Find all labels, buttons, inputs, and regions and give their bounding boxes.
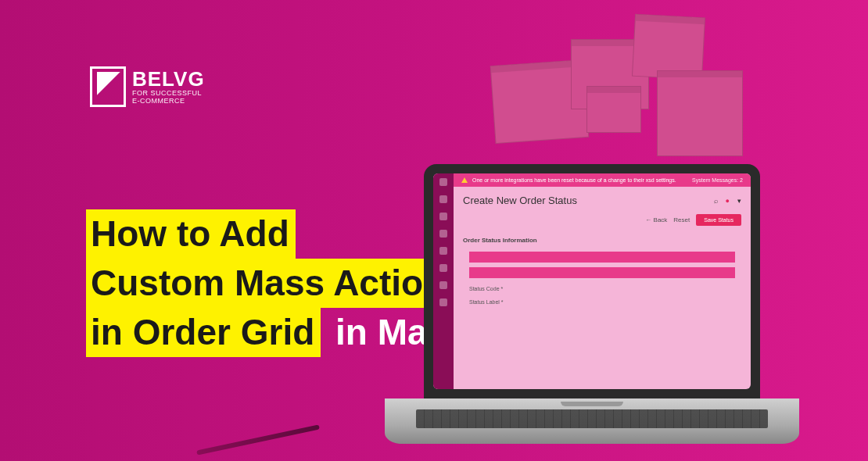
sidebar-icon: [439, 230, 447, 238]
headline-part-3a: in Order Grid: [86, 308, 321, 357]
form-area: Status Code * Status Label *: [454, 247, 751, 309]
action-buttons-row: ← Back Reset Save Status: [454, 211, 751, 234]
box-decoration: [657, 70, 743, 156]
search-icon: ⌕: [714, 197, 718, 205]
sidebar-icon: [439, 281, 447, 289]
sidebar-icon: [439, 213, 447, 220]
laptop-illustration: One or more integrations have been reset…: [385, 164, 799, 461]
header-icons: ⌕ ● ▾: [714, 197, 741, 205]
logo-mark-icon: [90, 66, 126, 107]
system-alert-bar: One or more integrations have been reset…: [454, 173, 751, 187]
sidebar-icon: [439, 298, 447, 306]
logo-text: BELVG FOR SUCCESSFUL E-COMMERCE: [132, 69, 205, 105]
field-label: Status Label *: [469, 299, 735, 305]
user-menu-icon: ▾: [737, 197, 741, 205]
admin-sidebar: [433, 173, 454, 389]
headline-part-1: How to Add: [86, 209, 296, 259]
sidebar-icon: [439, 178, 447, 186]
box-decoration: [586, 86, 641, 133]
logo-brand: BELVG: [132, 69, 205, 90]
logo-tagline-2: E-COMMERCE: [132, 98, 205, 105]
alert-count: System Messages: 2: [692, 177, 743, 183]
section-title: Order Status Information: [454, 234, 751, 247]
back-button: ← Back: [645, 216, 667, 223]
sidebar-icon: [439, 247, 447, 255]
page-title: Create New Order Status: [463, 195, 577, 206]
laptop-bezel: One or more integrations have been reset…: [424, 164, 760, 398]
reset-button: Reset: [673, 216, 690, 223]
laptop-keyboard: [416, 409, 768, 428]
admin-main: One or more integrations have been reset…: [454, 173, 751, 389]
decorative-boxes: [461, 16, 774, 164]
belvg-logo: BELVG FOR SUCCESSFUL E-COMMERCE: [90, 66, 205, 107]
laptop-base: [385, 398, 799, 444]
sidebar-icon: [439, 264, 447, 272]
laptop-screen: One or more integrations have been reset…: [433, 173, 751, 389]
page-header: Create New Order Status ⌕ ● ▾: [454, 187, 751, 211]
notification-icon: ●: [726, 197, 730, 205]
field-label: Status Code *: [469, 286, 735, 291]
alert-text: One or more integrations have been reset…: [472, 177, 676, 183]
sidebar-icon: [439, 195, 447, 203]
warning-icon: [461, 177, 468, 183]
input-field: [469, 252, 735, 263]
input-field: [469, 267, 735, 278]
save-button: Save Status: [696, 214, 741, 226]
